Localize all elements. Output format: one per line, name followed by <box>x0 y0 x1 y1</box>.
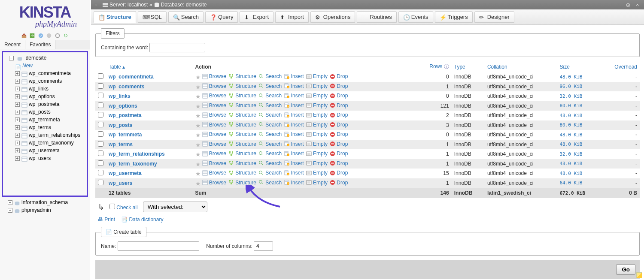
action-search[interactable]: Search <box>258 112 282 118</box>
reload-icon[interactable] <box>63 33 69 39</box>
data-dictionary-link[interactable]: 📑 Data dictionary <box>121 217 163 223</box>
action-browse[interactable]: Browse <box>202 112 226 118</box>
action-browse[interactable]: Browse <box>202 151 226 157</box>
action-empty[interactable]: Empty <box>306 151 328 157</box>
tab-operations[interactable]: ⚙Operations <box>310 11 355 23</box>
tree-new[interactable]: New <box>22 63 33 69</box>
action-browse[interactable]: Browse <box>202 141 226 147</box>
tab-sql[interactable]: ⌨SQL <box>138 11 167 23</box>
tab-import[interactable]: ⬆Import <box>275 11 309 23</box>
row-checkbox[interactable] <box>98 170 103 175</box>
favorite-star-icon[interactable]: ★ <box>195 93 201 100</box>
action-structure[interactable]: Structure <box>228 170 256 176</box>
tree-table[interactable]: wp_termmeta <box>29 117 60 123</box>
th-overhead[interactable]: Overhead <box>601 61 640 72</box>
favorite-star-icon[interactable]: ★ <box>195 83 201 90</box>
action-structure[interactable]: Structure <box>228 102 256 108</box>
favorite-star-icon[interactable]: ★ <box>195 180 201 187</box>
action-browse[interactable]: Browse <box>202 131 226 137</box>
row-checkbox[interactable] <box>98 73 103 79</box>
action-search[interactable]: Search <box>258 160 282 166</box>
row-checkbox[interactable] <box>98 83 103 89</box>
action-empty[interactable]: Empty <box>306 122 328 128</box>
row-checkbox[interactable] <box>98 160 103 166</box>
breadcrumb-server-link[interactable]: localhost <box>128 0 148 9</box>
tab-structure[interactable]: 📋Structure <box>94 11 136 23</box>
action-empty[interactable]: Empty <box>306 93 328 99</box>
table-name-link[interactable]: wp_term_taxonomy <box>109 161 157 167</box>
row-checkbox[interactable] <box>98 180 103 185</box>
favorite-star-icon[interactable]: ★ <box>195 160 201 167</box>
action-browse[interactable]: Browse <box>202 73 226 79</box>
action-empty[interactable]: Empty <box>306 112 328 118</box>
action-structure[interactable]: Structure <box>228 160 256 166</box>
table-name-link[interactable]: wp_postmeta <box>109 112 142 118</box>
favorite-star-icon[interactable]: ★ <box>195 141 201 148</box>
create-name-input[interactable] <box>118 241 199 251</box>
action-structure[interactable]: Structure <box>228 122 256 128</box>
action-insert[interactable]: +Insert <box>284 83 304 89</box>
action-insert[interactable]: +Insert <box>284 93 304 99</box>
action-insert[interactable]: +Insert <box>284 102 304 108</box>
tree-table[interactable]: wp_postmeta <box>29 101 59 107</box>
with-selected-dropdown[interactable]: With selected: <box>143 202 207 212</box>
nav-settings-icon[interactable] <box>55 33 61 39</box>
action-drop[interactable]: Drop <box>330 102 348 108</box>
tree-db[interactable]: information_schema <box>21 199 68 205</box>
action-browse[interactable]: Browse <box>202 93 226 99</box>
row-checkbox[interactable] <box>98 122 103 127</box>
table-name-link[interactable]: wp_usermeta <box>109 170 142 176</box>
action-drop[interactable]: Drop <box>330 73 348 79</box>
action-structure[interactable]: Structure <box>228 131 256 137</box>
action-structure[interactable]: Structure <box>228 141 256 147</box>
table-name-link[interactable]: wp_term_relationships <box>109 151 165 157</box>
check-all[interactable]: Check all <box>109 204 138 211</box>
favorite-star-icon[interactable]: ★ <box>195 170 201 177</box>
favorite-star-icon[interactable]: ★ <box>195 122 201 129</box>
action-empty[interactable]: Empty <box>306 102 328 108</box>
tab-triggers[interactable]: ⚡Triggers <box>435 11 473 23</box>
check-all-checkbox[interactable] <box>109 204 115 209</box>
tab-events[interactable]: 🕒Events <box>398 11 433 23</box>
table-name-link[interactable]: wp_termmeta <box>109 132 142 138</box>
action-empty[interactable]: Empty <box>306 170 328 176</box>
action-browse[interactable]: Browse <box>202 122 226 128</box>
action-search[interactable]: Search <box>258 170 282 176</box>
action-empty[interactable]: Empty <box>306 131 328 137</box>
tree-expand-icon[interactable]: + <box>15 133 20 138</box>
action-structure[interactable]: Structure <box>228 112 256 118</box>
action-search[interactable]: Search <box>258 180 282 186</box>
row-checkbox[interactable] <box>98 102 103 108</box>
tab-favorites[interactable]: Favorites <box>25 40 55 49</box>
tree-collapse-icon[interactable]: − <box>9 56 14 60</box>
action-insert[interactable]: +Insert <box>284 151 304 157</box>
favorite-star-icon[interactable]: ★ <box>195 112 201 119</box>
action-insert[interactable]: +Insert <box>284 170 304 176</box>
table-name-link[interactable]: wp_posts <box>109 122 132 128</box>
action-browse[interactable]: Browse <box>202 180 226 186</box>
action-structure[interactable]: Structure <box>228 180 256 186</box>
tree-table[interactable]: wp_comments <box>29 78 62 84</box>
tree-expand-icon[interactable]: + <box>15 110 20 114</box>
action-insert[interactable]: +Insert <box>284 73 304 79</box>
action-search[interactable]: Search <box>258 102 282 108</box>
tree-expand-icon[interactable]: + <box>15 148 20 153</box>
tab-search[interactable]: 🔍Search <box>168 11 204 23</box>
action-structure[interactable]: Structure <box>228 83 256 89</box>
table-name-link[interactable]: wp_links <box>109 93 131 99</box>
tree-expand-icon[interactable]: + <box>15 94 20 99</box>
print-link[interactable]: 🖶 Print <box>98 217 115 223</box>
action-insert[interactable]: +Insert <box>284 112 304 118</box>
tree-expand-icon[interactable]: + <box>15 79 20 84</box>
tree-table[interactable]: wp_options <box>29 93 55 99</box>
action-search[interactable]: Search <box>258 93 282 99</box>
tree-expand-icon[interactable]: + <box>8 200 12 205</box>
row-checkbox[interactable] <box>98 151 103 156</box>
action-drop[interactable]: Drop <box>330 170 348 176</box>
table-name-link[interactable]: wp_commentmeta <box>109 74 154 80</box>
tree-expand-icon[interactable]: + <box>8 208 12 213</box>
action-search[interactable]: Search <box>258 73 282 79</box>
th-collation[interactable]: Collation <box>485 61 557 72</box>
favorite-star-icon[interactable]: ★ <box>195 74 201 81</box>
action-structure[interactable]: Structure <box>228 73 256 79</box>
